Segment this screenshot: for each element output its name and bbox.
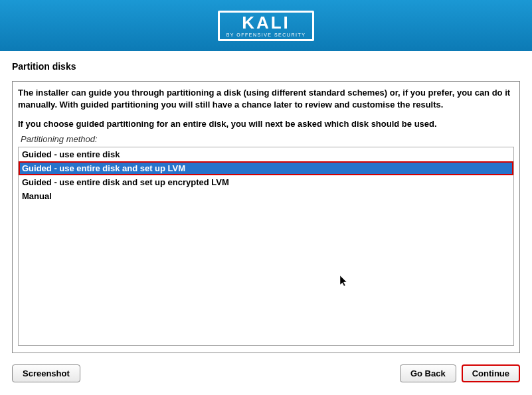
screenshot-button[interactable]: Screenshot (12, 364, 80, 382)
header-banner: KALI BY OFFENSIVE SECURITY (0, 0, 532, 51)
option-guided-entire-disk[interactable]: Guided - use entire disk (19, 147, 513, 161)
instruction-panel: The installer can guide you through part… (12, 81, 520, 353)
continue-button[interactable]: Continue (462, 364, 520, 382)
partitioning-method-label: Partitioning method: (21, 134, 514, 144)
option-manual[interactable]: Manual (19, 189, 513, 203)
logo-main-text: KALI (242, 14, 290, 31)
button-bar-right: Go Back Continue (400, 364, 520, 382)
button-bar: Screenshot Go Back Continue (12, 364, 520, 382)
content-area: Partition disks The installer can guide … (0, 61, 532, 382)
option-guided-encrypted-lvm[interactable]: Guided - use entire disk and set up encr… (19, 175, 513, 189)
go-back-button[interactable]: Go Back (400, 364, 456, 382)
button-bar-left: Screenshot (12, 364, 80, 382)
logo-sub-text: BY OFFENSIVE SECURITY (226, 33, 306, 37)
option-guided-lvm[interactable]: Guided - use entire disk and set up LVM (19, 161, 513, 175)
instruction-text-1: The installer can guide you through part… (18, 87, 514, 110)
partitioning-options-list: Guided - use entire disk Guided - use en… (18, 147, 514, 346)
page-title: Partition disks (12, 61, 520, 72)
kali-logo: KALI BY OFFENSIVE SECURITY (218, 11, 315, 41)
instruction-text-2: If you choose guided partitioning for an… (18, 118, 514, 130)
